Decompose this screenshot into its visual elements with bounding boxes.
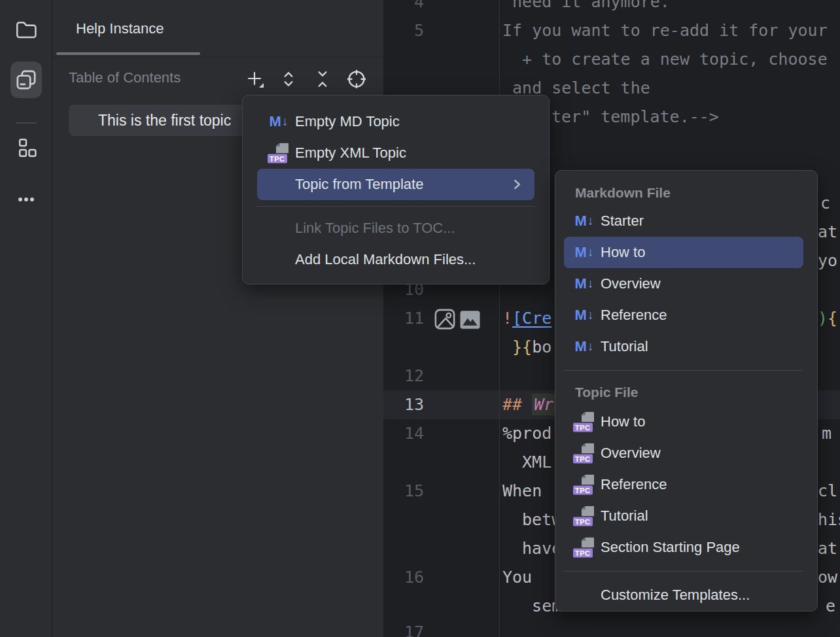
divider bbox=[52, 57, 383, 58]
toc-header-label: Table of Contents bbox=[69, 69, 181, 86]
code-fragment: at bbox=[818, 218, 837, 247]
menu-item-label: Link Topic Files to TOC... bbox=[295, 220, 455, 237]
expand-all-button[interactable] bbox=[277, 67, 300, 91]
submenu-item-tutorial-md[interactable]: M↓ Tutorial bbox=[564, 331, 803, 362]
code-line: betw bbox=[512, 506, 561, 534]
tab-indicator bbox=[56, 52, 200, 55]
locate-button[interactable] bbox=[345, 67, 368, 91]
topic-icon: TPC bbox=[573, 443, 595, 464]
submenu-item-reference-tpc[interactable]: TPC Reference bbox=[564, 469, 803, 500]
new-topic-menu: M↓ Empty MD Topic TPC Empty XML Topic To… bbox=[242, 95, 550, 284]
stripe-divider bbox=[16, 122, 37, 124]
collapse-all-button[interactable] bbox=[311, 67, 334, 91]
code-fragment: his bbox=[818, 506, 840, 534]
image-outline-icon[interactable] bbox=[433, 307, 457, 331]
menu-item-label: Topic from Template bbox=[295, 176, 423, 193]
submenu-item-section-starting-page[interactable]: TPC Section Starting Page bbox=[564, 532, 803, 563]
code-line: ![Cre bbox=[502, 304, 551, 333]
line-number: 17 bbox=[383, 618, 424, 637]
line-number: 4 bbox=[383, 0, 424, 16]
code-fragment: yo bbox=[818, 247, 837, 275]
menu-item-topic-from-template[interactable]: Topic from Template bbox=[257, 169, 534, 200]
menu-item-customize-templates[interactable]: Customize Templates... bbox=[564, 579, 803, 611]
structure-icon[interactable] bbox=[10, 133, 42, 164]
code-line: If you want to re-add it for your bbox=[502, 16, 828, 45]
code-fragment: c bbox=[820, 189, 830, 218]
topic-from-template-submenu: Markdown File M↓ Starter M↓ How to M↓ Ov… bbox=[555, 170, 818, 611]
menu-item-add-local-markdown[interactable]: Add Local Markdown Files... bbox=[257, 244, 534, 275]
code-line: }{bo bbox=[502, 333, 551, 362]
line-number: 16 bbox=[383, 563, 424, 592]
add-button[interactable] bbox=[243, 67, 266, 91]
submenu-item-overview-tpc[interactable]: TPC Overview bbox=[564, 438, 803, 469]
code-fragment: cl bbox=[818, 477, 837, 506]
menu-item-label: Overview bbox=[601, 445, 661, 462]
space bbox=[522, 395, 532, 414]
toc-item-label: This is the first topic bbox=[98, 112, 231, 129]
section-header-topic-file: Topic File bbox=[555, 379, 817, 406]
submenu-item-reference-md[interactable]: M↓ Reference bbox=[564, 300, 803, 331]
menu-separator bbox=[564, 370, 803, 371]
code-line: You bbox=[502, 563, 532, 592]
markdown-icon: M↓ bbox=[573, 307, 595, 324]
submenu-item-how-to-tpc[interactable]: TPC How to bbox=[564, 406, 803, 438]
submenu-item-tutorial-tpc[interactable]: TPC Tutorial bbox=[564, 500, 803, 532]
more-icon[interactable] bbox=[10, 184, 42, 215]
image-filled-icon[interactable] bbox=[459, 310, 481, 330]
markdown-icon: M↓ bbox=[573, 244, 595, 261]
code-fragment: e bbox=[826, 592, 835, 621]
tool-window-stripe bbox=[0, 0, 52, 637]
menu-item-label: How to bbox=[601, 244, 645, 261]
menu-separator bbox=[564, 571, 803, 572]
code-line: %prod bbox=[502, 419, 551, 448]
brace: { bbox=[828, 309, 837, 328]
ide-window: { "window": { "title": "Help Instance" }… bbox=[0, 0, 840, 637]
tool-windows-icon[interactable] bbox=[10, 61, 42, 98]
braces: }{ bbox=[512, 337, 532, 356]
folder-icon[interactable] bbox=[10, 14, 42, 45]
line-number: 15 bbox=[383, 477, 424, 506]
menu-item-empty-md-topic[interactable]: M↓ Empty MD Topic bbox=[257, 106, 534, 137]
menu-item-label: Section Starting Page bbox=[601, 539, 740, 556]
submenu-arrow-icon bbox=[508, 176, 525, 193]
menu-item-label: Reference bbox=[601, 476, 667, 493]
menu-item-label: Add Local Markdown Files... bbox=[295, 251, 476, 268]
topic-icon: TPC bbox=[573, 506, 595, 526]
topic-icon: TPC bbox=[573, 412, 595, 432]
line-number-current: 13 bbox=[383, 390, 424, 419]
tool-window-title[interactable]: Help Instance bbox=[76, 20, 164, 37]
line-number: 12 bbox=[383, 362, 424, 390]
menu-item-label: Starter bbox=[601, 213, 644, 230]
text: bo bbox=[532, 337, 551, 356]
line-number: 5 bbox=[383, 16, 424, 45]
section-header-markdown-file: Markdown File bbox=[555, 181, 817, 205]
submenu-item-overview-md[interactable]: M↓ Overview bbox=[564, 268, 803, 300]
menu-item-label: Tutorial bbox=[601, 508, 648, 525]
menu-item-label: How to bbox=[601, 413, 645, 430]
heading-hashes: ## bbox=[502, 395, 522, 414]
markdown-icon: M↓ bbox=[573, 275, 595, 292]
markdown-icon: M↓ bbox=[268, 113, 290, 130]
menu-item-link-topic-files[interactable]: Link Topic Files to TOC... bbox=[257, 213, 534, 244]
topic-icon: TPC bbox=[573, 538, 595, 558]
topic-icon: TPC bbox=[268, 143, 290, 164]
submenu-item-how-to-md[interactable]: M↓ How to bbox=[564, 237, 803, 268]
code-line: sem bbox=[512, 592, 561, 621]
topic-icon: TPC bbox=[573, 475, 595, 495]
md-image-bang: ! bbox=[502, 309, 512, 328]
menu-item-label: Customize Templates... bbox=[601, 587, 750, 604]
line-number: 11 bbox=[383, 304, 424, 333]
menu-item-label: Empty XML Topic bbox=[295, 145, 406, 162]
menu-item-label: Empty MD Topic bbox=[295, 113, 400, 130]
markdown-icon: M↓ bbox=[573, 338, 595, 355]
paren: ) bbox=[818, 309, 828, 328]
code-line: When bbox=[502, 477, 542, 506]
code-line: ter" template.--> bbox=[551, 103, 719, 131]
code-fragment: ){ bbox=[818, 304, 837, 333]
menu-item-label: Overview bbox=[601, 275, 661, 292]
code-fragment: ow bbox=[818, 563, 837, 592]
code-fragment: at bbox=[818, 534, 837, 563]
menu-item-empty-xml-topic[interactable]: TPC Empty XML Topic bbox=[257, 137, 534, 169]
submenu-item-starter[interactable]: M↓ Starter bbox=[564, 205, 803, 237]
space bbox=[502, 337, 512, 356]
